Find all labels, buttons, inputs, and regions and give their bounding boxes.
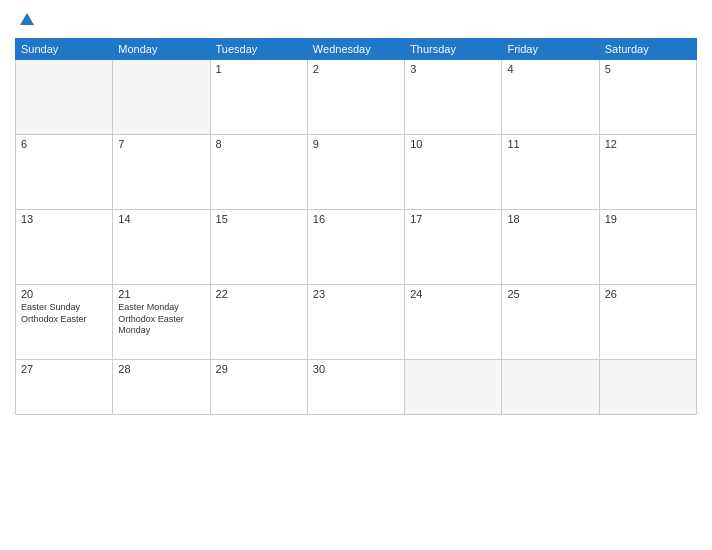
calendar-cell xyxy=(113,60,210,135)
calendar-cell: 12 xyxy=(599,135,696,210)
day-number: 24 xyxy=(410,288,496,300)
calendar-cell: 27 xyxy=(16,360,113,415)
day-of-week-header: Monday xyxy=(113,39,210,60)
calendar-cell: 20Easter SundayOrthodox Easter xyxy=(16,285,113,360)
calendar-cell: 9 xyxy=(307,135,404,210)
day-number: 29 xyxy=(216,363,302,375)
day-of-week-header: Wednesday xyxy=(307,39,404,60)
day-number: 14 xyxy=(118,213,204,225)
calendar-cell: 24 xyxy=(405,285,502,360)
day-of-week-header: Saturday xyxy=(599,39,696,60)
day-number: 19 xyxy=(605,213,691,225)
calendar-cell: 28 xyxy=(113,360,210,415)
day-number: 22 xyxy=(216,288,302,300)
calendar-cell: 18 xyxy=(502,210,599,285)
day-number: 5 xyxy=(605,63,691,75)
calendar-week-row: 27282930 xyxy=(16,360,697,415)
calendar-cell: 16 xyxy=(307,210,404,285)
calendar-cell: 11 xyxy=(502,135,599,210)
calendar-cell: 23 xyxy=(307,285,404,360)
day-number: 20 xyxy=(21,288,107,300)
calendar-cell: 22 xyxy=(210,285,307,360)
calendar-cell: 5 xyxy=(599,60,696,135)
day-number: 18 xyxy=(507,213,593,225)
day-number: 26 xyxy=(605,288,691,300)
day-number: 30 xyxy=(313,363,399,375)
day-number: 11 xyxy=(507,138,593,150)
calendar-cell: 4 xyxy=(502,60,599,135)
day-number: 8 xyxy=(216,138,302,150)
calendar-event: Easter Monday xyxy=(118,302,204,314)
calendar-cell: 29 xyxy=(210,360,307,415)
calendar-cell: 2 xyxy=(307,60,404,135)
calendar-event: Easter Sunday xyxy=(21,302,107,314)
day-number: 7 xyxy=(118,138,204,150)
day-of-week-header: Sunday xyxy=(16,39,113,60)
calendar-cell: 26 xyxy=(599,285,696,360)
calendar-cell xyxy=(502,360,599,415)
calendar-cell: 10 xyxy=(405,135,502,210)
calendar-table: SundayMondayTuesdayWednesdayThursdayFrid… xyxy=(15,38,697,415)
day-number: 3 xyxy=(410,63,496,75)
calendar-cell: 3 xyxy=(405,60,502,135)
calendar-cell xyxy=(599,360,696,415)
calendar-cell: 15 xyxy=(210,210,307,285)
day-of-week-header: Thursday xyxy=(405,39,502,60)
day-number: 6 xyxy=(21,138,107,150)
calendar-event: Orthodox Easter Monday xyxy=(118,314,204,337)
calendar-cell: 1 xyxy=(210,60,307,135)
calendar-cell: 17 xyxy=(405,210,502,285)
day-number: 13 xyxy=(21,213,107,225)
calendar-cell: 7 xyxy=(113,135,210,210)
day-number: 17 xyxy=(410,213,496,225)
day-number: 16 xyxy=(313,213,399,225)
calendar-cell: 6 xyxy=(16,135,113,210)
day-number: 25 xyxy=(507,288,593,300)
calendar-cell: 25 xyxy=(502,285,599,360)
page: SundayMondayTuesdayWednesdayThursdayFrid… xyxy=(0,0,712,550)
calendar-week-row: 13141516171819 xyxy=(16,210,697,285)
calendar-cell xyxy=(405,360,502,415)
calendar-cell: 14 xyxy=(113,210,210,285)
calendar-header-row: SundayMondayTuesdayWednesdayThursdayFrid… xyxy=(16,39,697,60)
day-of-week-header: Tuesday xyxy=(210,39,307,60)
calendar-cell: 13 xyxy=(16,210,113,285)
day-number: 9 xyxy=(313,138,399,150)
calendar-event: Orthodox Easter xyxy=(21,314,107,326)
calendar-week-row: 12345 xyxy=(16,60,697,135)
day-number: 28 xyxy=(118,363,204,375)
header xyxy=(15,10,697,28)
day-number: 4 xyxy=(507,63,593,75)
day-number: 2 xyxy=(313,63,399,75)
day-number: 1 xyxy=(216,63,302,75)
calendar-cell: 21Easter MondayOrthodox Easter Monday xyxy=(113,285,210,360)
day-number: 15 xyxy=(216,213,302,225)
logo xyxy=(15,10,40,28)
calendar-cell xyxy=(16,60,113,135)
calendar-cell: 8 xyxy=(210,135,307,210)
logo-triangle-icon xyxy=(20,13,34,25)
day-number: 12 xyxy=(605,138,691,150)
day-of-week-header: Friday xyxy=(502,39,599,60)
calendar-week-row: 6789101112 xyxy=(16,135,697,210)
day-number: 27 xyxy=(21,363,107,375)
day-number: 21 xyxy=(118,288,204,300)
calendar-week-row: 20Easter SundayOrthodox Easter21Easter M… xyxy=(16,285,697,360)
day-number: 23 xyxy=(313,288,399,300)
day-number: 10 xyxy=(410,138,496,150)
calendar-cell: 30 xyxy=(307,360,404,415)
calendar-cell: 19 xyxy=(599,210,696,285)
